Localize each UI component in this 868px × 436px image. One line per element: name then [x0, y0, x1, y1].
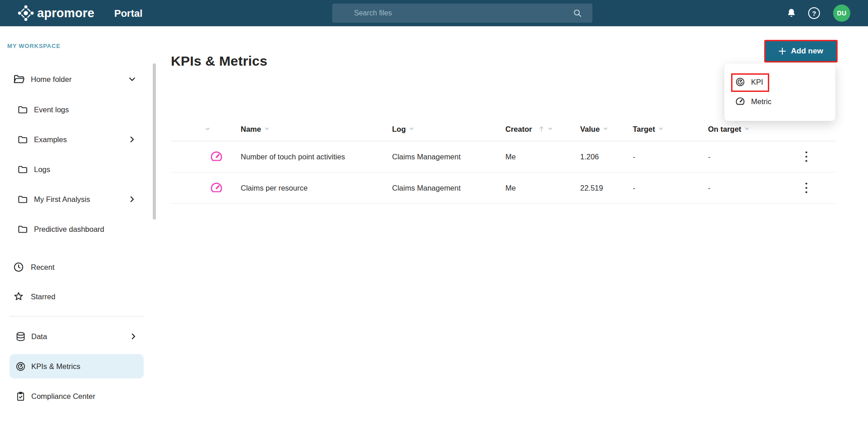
- menu-item-label: KPI: [751, 78, 763, 86]
- sidebar-item-starred[interactable]: Starred: [0, 284, 163, 309]
- sidebar-item-kpis-metrics[interactable]: KPIs & Metrics: [10, 354, 144, 379]
- avatar-initials: DU: [837, 10, 846, 17]
- chevron-down-icon[interactable]: [745, 127, 749, 131]
- apromore-logo-icon[interactable]: [16, 4, 35, 23]
- sidebar-item-my-first-analysis[interactable]: My First Analysis: [0, 187, 163, 211]
- column-header-name[interactable]: Name: [241, 125, 269, 133]
- plus-icon: [779, 48, 786, 55]
- chevron-down-icon[interactable]: [603, 127, 608, 131]
- cell-value: 22.519: [580, 184, 603, 192]
- table-row[interactable]: Claims per resource Claims Management Me…: [171, 172, 835, 204]
- sidebar-item-recent[interactable]: Recent: [0, 255, 163, 279]
- folder-icon: [17, 133, 29, 146]
- sidebar-item-data[interactable]: Data: [10, 324, 144, 349]
- column-header-select[interactable]: [205, 127, 210, 131]
- cell-name: Number of touch point activities: [241, 153, 345, 161]
- metric-gauge-pink-icon: [209, 181, 223, 195]
- row-kebab-menu-icon[interactable]: [801, 182, 811, 194]
- folder-icon: [17, 193, 29, 206]
- sidebar-divider: [9, 316, 144, 316]
- sidebar-item-label: Logs: [34, 165, 50, 174]
- column-header-value[interactable]: Value: [580, 125, 608, 133]
- cell-on-target: -: [708, 184, 711, 192]
- database-icon: [15, 330, 26, 343]
- chevron-right-icon[interactable]: [128, 136, 136, 144]
- column-header-on-target[interactable]: On target: [708, 125, 749, 133]
- chevron-down-icon[interactable]: [265, 127, 269, 131]
- folder-open-icon: [13, 73, 25, 86]
- chevron-right-icon[interactable]: [128, 196, 136, 203]
- cell-creator: Me: [505, 184, 516, 192]
- menu-item-kpi[interactable]: KPI: [724, 72, 835, 91]
- sidebar: MY WORKSPACE Home folder Event logs Exam…: [0, 26, 163, 436]
- kpi-metrics-table: Name Log Creator Value: [171, 117, 835, 204]
- sidebar-item-label: Predictive dashboard: [34, 225, 104, 234]
- sidebar-item-logs[interactable]: Logs: [0, 157, 163, 182]
- notifications-bell-icon[interactable]: [786, 8, 797, 19]
- menu-item-metric[interactable]: Metric: [724, 92, 835, 111]
- sidebar-item-label: KPIs & Metrics: [31, 362, 80, 371]
- workspace-section-label: MY WORKSPACE: [7, 43, 60, 49]
- cell-creator: Me: [505, 153, 516, 161]
- metric-gauge-icon: [735, 96, 746, 107]
- help-icon[interactable]: ?: [808, 7, 820, 19]
- chevron-down-icon[interactable]: [205, 127, 210, 131]
- top-navigation-bar: apromore Portal ? DU: [0, 0, 868, 26]
- search-input[interactable]: [332, 4, 592, 23]
- page-title: KPIs & Metrics: [171, 53, 267, 69]
- add-new-button[interactable]: Add new: [764, 40, 838, 62]
- sidebar-item-label: My First Analysis: [34, 195, 90, 204]
- cell-log: Claims Management: [392, 153, 461, 161]
- app-title: Portal: [114, 8, 142, 19]
- menu-item-label: Metric: [751, 97, 771, 106]
- column-label: Name: [241, 125, 261, 133]
- sidebar-scrollbar[interactable]: [153, 63, 156, 220]
- chevron-right-icon[interactable]: [130, 333, 137, 340]
- column-header-creator[interactable]: Creator: [505, 125, 553, 133]
- column-label: Log: [392, 125, 406, 133]
- sidebar-item-label: Recent: [31, 263, 54, 272]
- chevron-down-icon[interactable]: [409, 127, 414, 131]
- sidebar-item-examples[interactable]: Examples: [0, 127, 163, 152]
- user-avatar[interactable]: DU: [833, 5, 850, 22]
- folder-icon: [17, 103, 29, 116]
- sidebar-item-home-folder[interactable]: Home folder: [0, 67, 163, 91]
- brand-wordmark[interactable]: apromore: [37, 6, 94, 20]
- kpi-gauge-icon: [735, 77, 746, 87]
- chevron-down-icon[interactable]: [128, 76, 136, 83]
- table-row[interactable]: Number of touch point activities Claims …: [171, 141, 835, 172]
- sidebar-item-event-logs[interactable]: Event logs: [0, 97, 163, 122]
- folder-icon: [17, 163, 29, 176]
- sidebar-item-compliance-center[interactable]: Compliance Center: [10, 384, 144, 408]
- chevron-down-icon[interactable]: [659, 127, 663, 131]
- sidebar-item-predictive-dashboard[interactable]: Predictive dashboard: [0, 217, 163, 241]
- metric-gauge-pink-icon: [209, 150, 223, 164]
- sidebar-item-label: Examples: [34, 135, 67, 144]
- star-icon: [13, 290, 25, 303]
- sidebar-item-label: Starred: [31, 292, 55, 301]
- search-icon[interactable]: [572, 8, 582, 18]
- column-label: Value: [580, 125, 600, 133]
- cell-target: -: [633, 153, 635, 161]
- column-label: On target: [708, 125, 741, 133]
- add-new-label: Add new: [791, 47, 823, 56]
- column-label: Target: [633, 125, 655, 133]
- search-field[interactable]: [332, 4, 592, 23]
- row-kebab-menu-icon[interactable]: [801, 151, 811, 163]
- cell-on-target: -: [708, 153, 711, 161]
- column-header-log[interactable]: Log: [392, 125, 414, 133]
- column-label: Creator: [505, 125, 532, 133]
- cell-value: 1.206: [580, 153, 599, 161]
- add-new-dropdown-menu: KPI Metric: [724, 63, 835, 121]
- help-glyph: ?: [812, 10, 816, 17]
- clock-icon: [13, 261, 25, 273]
- kpi-gauge-icon: [15, 360, 26, 373]
- cell-name: Claims per resource: [241, 184, 308, 192]
- sidebar-item-label: Data: [31, 332, 47, 341]
- cell-log: Claims Management: [392, 184, 461, 192]
- folder-icon: [17, 223, 29, 235]
- column-header-target[interactable]: Target: [633, 125, 663, 133]
- cell-target: -: [633, 184, 635, 192]
- sidebar-item-label: Event logs: [34, 105, 69, 114]
- chevron-down-icon[interactable]: [548, 127, 553, 131]
